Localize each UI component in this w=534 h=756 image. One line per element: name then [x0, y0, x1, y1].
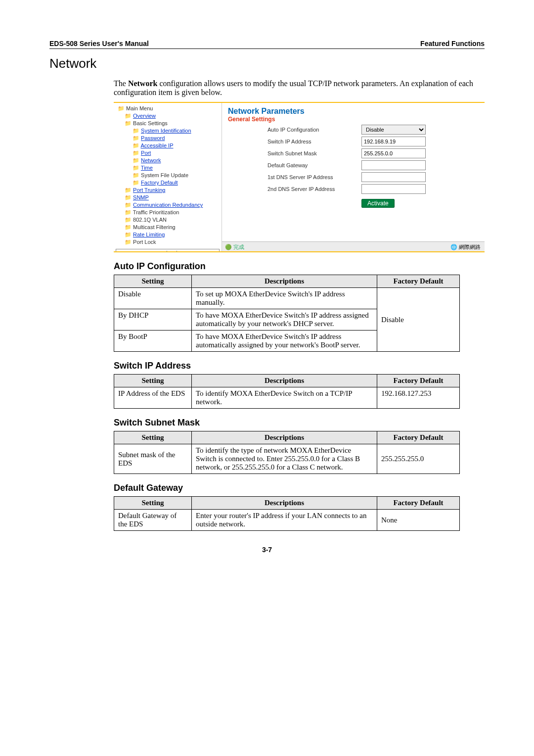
th-default: Factory Default [377, 431, 460, 444]
tree-commred[interactable]: Communication Redundancy [133, 202, 203, 208]
folder-icon: 📁 [125, 224, 132, 230]
cell-default: Disable [377, 288, 460, 352]
heading-subnet: Switch Subnet Mask [114, 418, 485, 428]
tree-main[interactable]: Main Menu [126, 105, 153, 111]
tree-factory[interactable]: Factory Default [141, 180, 178, 186]
tree-port[interactable]: Port [141, 150, 151, 156]
cell-desc: Enter your router's IP address if your L… [192, 510, 377, 531]
cell-desc: To have MOXA EtherDevice Switch's IP add… [192, 309, 377, 331]
header-left: EDS-508 Series User's Manual [49, 40, 149, 47]
label-dns1: 1st DNS Server IP Address [267, 174, 361, 180]
th-default: Factory Default [377, 497, 460, 510]
tree-snmp[interactable]: SNMP [133, 194, 149, 200]
label-subnet: Switch Subnet Mask [267, 150, 361, 156]
tree-overview[interactable]: Overview [133, 113, 156, 119]
table-row: IP Address of the EDS To identify MOXA E… [114, 387, 460, 409]
folder-icon: 📁 [133, 128, 139, 134]
cell-desc: To identify MOXA EtherDevice Switch on a… [192, 387, 377, 409]
tree-sysfile[interactable]: System File Update [141, 172, 188, 178]
folder-icon: 📁 [125, 113, 132, 119]
folder-icon: 📁 [133, 142, 139, 148]
activate-button[interactable]: Activate [361, 199, 395, 208]
cell-default: None [377, 510, 460, 531]
intro-text: The Network configuration allows users t… [114, 79, 485, 97]
tree-vlan[interactable]: 802.1Q VLAN [133, 217, 167, 223]
table-gateway: Setting Descriptions Factory Default Def… [114, 496, 460, 531]
dns1-input[interactable] [361, 172, 426, 182]
screenshot-panel: 📁 Main Menu 📁 Overview 📁 Basic Settings … [114, 102, 485, 252]
heading-autoip: Auto IP Configuration [114, 261, 485, 272]
goahead-text: goahead [118, 250, 217, 251]
tree-porttrunk[interactable]: Port Trunking [133, 187, 165, 193]
table-row: Disable To set up MOXA EtherDevice Switc… [114, 288, 460, 309]
table-subnet: Setting Descriptions Factory Default Sub… [114, 431, 460, 474]
folder-icon: 📁 [125, 232, 132, 237]
webserver-badge: goahead WEBSERVER Best viewed with IE 5 … [116, 249, 220, 251]
cell-setting: By BootP [114, 331, 192, 352]
status-done: 🟢 完成 [225, 243, 244, 251]
folder-icon: 📁 [125, 239, 132, 245]
tree-time[interactable]: Time [141, 165, 153, 171]
folder-icon: 📁 [133, 180, 139, 186]
table-switchip: Setting Descriptions Factory Default IP … [114, 374, 460, 409]
th-setting: Setting [114, 375, 192, 387]
tree-basic[interactable]: Basic Settings [133, 120, 168, 126]
cell-setting: Default Gateway of the EDS [114, 510, 192, 531]
zone-icon: 🌐 [450, 244, 457, 250]
label-autoip: Auto IP Configuration [267, 127, 361, 133]
header-right: Featured Functions [420, 40, 485, 47]
tree-ratelimit[interactable]: Rate Limiting [133, 232, 165, 237]
th-desc: Descriptions [192, 275, 377, 288]
cell-desc: To have MOXA EtherDevice Switch's IP add… [192, 331, 377, 352]
general-settings-label: General Settings [228, 116, 479, 123]
folder-icon: 📁 [133, 135, 139, 141]
autoip-select[interactable]: Disable [361, 125, 426, 135]
cell-setting: Disable [114, 288, 192, 309]
section-title: Network [49, 56, 485, 71]
th-setting: Setting [114, 497, 192, 510]
heading-switchip: Switch IP Address [114, 361, 485, 371]
nav-tree: 📁 Main Menu 📁 Overview 📁 Basic Settings … [114, 103, 222, 251]
folder-icon: 📁 [125, 202, 132, 208]
th-default: Factory Default [377, 275, 460, 288]
cell-default: 255.255.255.0 [377, 444, 460, 474]
cell-setting: By DHCP [114, 309, 192, 331]
label-dns2: 2nd DNS Server IP Address [267, 186, 361, 192]
tree-portlock[interactable]: Port Lock [133, 239, 156, 245]
folder-icon: 📁 [133, 157, 139, 163]
tree-password[interactable]: Password [141, 135, 165, 141]
th-desc: Descriptions [192, 431, 377, 444]
cell-desc: To identify the type of network MOXA Eth… [192, 444, 377, 474]
heading-gateway: Default Gateway [114, 483, 485, 493]
tree-sysid[interactable]: System Identification [141, 128, 191, 134]
folder-icon: 📁 [133, 150, 139, 156]
label-switchip: Switch IP Address [267, 139, 361, 144]
gateway-input[interactable] [361, 160, 426, 170]
th-setting: Setting [114, 431, 192, 444]
switchip-input[interactable] [361, 137, 426, 146]
tree-network[interactable]: Network [141, 157, 161, 163]
folder-icon: 📁 [133, 172, 139, 178]
folder-icon: 📁 [133, 165, 139, 171]
folder-icon: 📁 [125, 194, 132, 200]
content-panel: Network Parameters General Settings Auto… [222, 103, 485, 251]
th-setting: Setting [114, 275, 192, 288]
tree-traffic[interactable]: Traffic Prioritization [133, 209, 179, 215]
cell-setting: IP Address of the EDS [114, 387, 192, 409]
cell-desc: To set up MOXA EtherDevice Switch's IP a… [192, 288, 377, 309]
table-row: Default Gateway of the EDS Enter your ro… [114, 510, 460, 531]
tree-accessip[interactable]: Accessible IP [140, 142, 173, 148]
page-number: 3-7 [49, 546, 485, 554]
folder-icon: 📁 [125, 187, 132, 193]
dns2-input[interactable] [361, 184, 426, 194]
label-gateway: Default Gateway [267, 162, 361, 168]
zone-text: 網際網路 [459, 243, 481, 251]
folder-icon: 📁 [125, 217, 132, 223]
th-default: Factory Default [377, 375, 460, 387]
folder-icon: 📁 [118, 105, 125, 111]
table-autoip: Setting Descriptions Factory Default Dis… [114, 275, 460, 352]
cell-default: 192.168.127.253 [377, 387, 460, 409]
subnet-input[interactable] [361, 148, 426, 158]
th-desc: Descriptions [192, 375, 377, 387]
tree-multicast[interactable]: Multicast Filtering [133, 224, 176, 230]
